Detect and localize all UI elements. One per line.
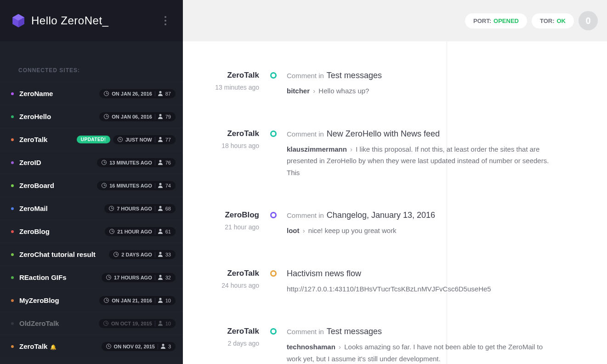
site-name-label: ZeroMail xyxy=(19,205,102,212)
site-name-label: ZeroBlog xyxy=(19,228,102,235)
status-dot-icon xyxy=(11,138,14,141)
feed-content: loot › nice! keep up you great work xyxy=(287,225,552,237)
clock-icon xyxy=(113,252,119,257)
feed-body: Comment inNew ZeroHello with News feedkl… xyxy=(287,129,589,179)
site-item[interactable]: ZeroBlog21 HOUR AGO61 xyxy=(0,220,183,243)
status-dot-icon xyxy=(11,276,14,279)
user-icon xyxy=(158,91,163,96)
pill-separator xyxy=(155,252,155,257)
site-peer-count: 74 xyxy=(165,183,171,188)
tor-value: OK xyxy=(557,17,566,24)
status-dot-icon xyxy=(11,253,14,256)
site-time-label: ON OCT 19, 2015 xyxy=(111,321,152,326)
feed-timestamp: 13 minutes ago xyxy=(201,84,259,91)
site-name-label: ZeroID xyxy=(19,159,94,166)
status-dot-icon xyxy=(11,322,14,325)
clock-icon xyxy=(106,275,111,280)
port-value: OPENED xyxy=(494,17,519,24)
site-item[interactable]: ZeroTalkUPDATED!JUST NOW77 xyxy=(0,128,183,151)
site-peer-count: 10 xyxy=(165,321,171,326)
feed-item[interactable]: ZeroTalk18 hours agoComment inNew ZeroHe… xyxy=(201,129,589,179)
feed-user-sep: › xyxy=(337,343,343,351)
feed-area: ZeroTalk13 minutes agoComment inTest mes… xyxy=(183,41,607,364)
kebab-menu-icon[interactable] xyxy=(159,14,172,27)
site-time-label: 2 DAYS AGO xyxy=(121,252,152,257)
feed-content: bitcher › Hello whazs up? xyxy=(287,85,552,97)
site-item[interactable]: ZeroID13 MINUTES AGO76 xyxy=(0,151,183,174)
site-peer-count: 61 xyxy=(165,229,171,234)
status-dot-icon xyxy=(11,207,14,210)
port-status-pill[interactable]: PORT: OPENED xyxy=(465,13,527,28)
site-item[interactable]: ZeroHelloON JAN 06, 201679 xyxy=(0,105,183,128)
site-item[interactable]: ZeroNameON JAN 26, 201687 xyxy=(0,82,183,105)
feed-item[interactable]: ZeroBlog21 hour agoComment inChangelog, … xyxy=(201,210,589,237)
site-item[interactable]: MyZeroBlogON JAN 21, 201610 xyxy=(0,289,183,312)
main-header: PORT: OPENED TOR: OK 0 xyxy=(183,0,607,41)
site-item[interactable]: REaction GIFs17 HOURS AGO32 xyxy=(0,266,183,289)
bell-icon: 🔔 xyxy=(50,344,57,350)
pill-separator xyxy=(155,160,155,165)
pill-separator xyxy=(155,275,155,280)
site-item[interactable]: OldZeroTalkON OCT 19, 201510 xyxy=(0,312,183,335)
feed-title-row: Comment inChangelog, January 13, 2016 xyxy=(287,210,552,220)
site-peer-count: 77 xyxy=(165,137,171,142)
site-name-label: MyZeroBlog xyxy=(19,296,96,304)
feed-title: Hactivism news flow xyxy=(287,269,361,279)
feed-prefix-label: Comment in xyxy=(287,72,324,80)
feed-user-sep: › xyxy=(301,227,307,234)
feed-meta: ZeroTalk2 days ago xyxy=(201,327,270,364)
pill-separator xyxy=(155,183,155,188)
feed-site-name: ZeroTalk xyxy=(201,129,259,138)
user-icon xyxy=(161,344,165,349)
feed-item[interactable]: ZeroTalk13 minutes agoComment inTest mes… xyxy=(201,71,589,97)
site-peer-count: 79 xyxy=(165,114,171,119)
site-peer-count: 3 xyxy=(168,344,171,349)
tor-status-pill[interactable]: TOR: OK xyxy=(532,13,574,28)
feed-site-name: ZeroTalk xyxy=(201,327,259,336)
feed-prefix-label: Comment in xyxy=(287,211,324,219)
clock-icon xyxy=(118,137,123,142)
feed-timestamp: 21 hour ago xyxy=(201,223,259,231)
user-icon xyxy=(158,252,163,257)
clock-icon xyxy=(109,206,114,211)
clock-icon xyxy=(104,114,109,119)
feed-list: ZeroTalk13 minutes agoComment inTest mes… xyxy=(201,71,589,364)
port-label: PORT: xyxy=(473,17,491,24)
timeline-marker-icon xyxy=(270,270,277,277)
site-time-label: 17 HOURS AGO xyxy=(114,275,152,280)
clock-icon xyxy=(106,344,111,349)
feed-username: bitcher xyxy=(287,87,310,95)
tor-label: TOR: xyxy=(540,17,555,24)
feed-title-row: Comment inTest messages xyxy=(287,327,552,336)
site-meta-pill: JUST NOW77 xyxy=(113,135,176,144)
connected-sites-heading: CONNECTED SITES: xyxy=(0,41,183,82)
updated-badge: UPDATED! xyxy=(77,136,110,143)
user-icon xyxy=(158,206,163,211)
feed-site-name: ZeroTalk xyxy=(201,269,259,278)
feed-timestamp: 24 hours ago xyxy=(201,282,259,289)
user-icon xyxy=(158,321,163,326)
feed-timestamp: 2 days ago xyxy=(201,340,259,347)
feed-title-row: Comment inNew ZeroHello with News feed xyxy=(287,129,552,139)
feed-meta: ZeroTalk18 hours ago xyxy=(201,129,270,179)
feed-item[interactable]: ZeroTalk2 days agoComment inTest message… xyxy=(201,327,589,364)
site-item[interactable]: ZeroBoard16 MINUTES AGO74 xyxy=(0,174,183,197)
notification-count-badge[interactable]: 0 xyxy=(579,11,598,30)
site-time-label: ON JAN 06, 2016 xyxy=(112,114,152,119)
feed-title: Test messages xyxy=(327,327,382,336)
feed-prefix-label: Comment in xyxy=(287,130,324,138)
site-item[interactable]: ZeroNet.binON DEC 12, 20153 xyxy=(0,358,183,364)
feed-title-row: Hactivism news flow xyxy=(287,269,552,279)
feed-body: Hactivism news flowhttp://127.0.0.1:4311… xyxy=(287,269,589,295)
timeline-marker-icon xyxy=(270,328,277,335)
site-list: ZeroNameON JAN 26, 201687ZeroHelloON JAN… xyxy=(0,82,183,364)
site-name-label: ZeroName xyxy=(19,90,96,97)
user-icon xyxy=(158,160,163,165)
site-item[interactable]: ZeroChat tutorial result2 DAYS AGO33 xyxy=(0,243,183,266)
sidebar: Hello ZeroNet_ CONNECTED SITES: ZeroName… xyxy=(0,0,183,364)
site-item[interactable]: ZeroTalk🔔ON NOV 02, 20153 xyxy=(0,335,183,358)
feed-item[interactable]: ZeroTalk24 hours agoHactivism news flowh… xyxy=(201,269,589,295)
pill-separator xyxy=(155,91,155,97)
site-name-label: ZeroBoard xyxy=(19,182,94,189)
site-item[interactable]: ZeroMail7 HOURS AGO68 xyxy=(0,197,183,220)
